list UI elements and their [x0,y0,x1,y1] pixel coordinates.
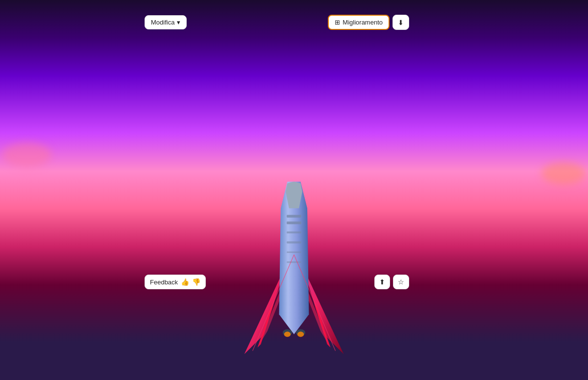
thumbup-icon: 👍 [181,278,189,286]
top-right-buttons: ⊞ Miglioramento ⬇ [328,15,409,30]
modifica-button[interactable]: Modifica ▾ [145,15,187,29]
star-icon: ☆ [398,278,404,286]
secondary-image-card [422,10,559,226]
share-button[interactable]: ⬆ [374,275,390,289]
feedback-button[interactable]: Feedback 👍 👎 [145,275,206,289]
main-content: Modifica ▾ ⊞ Miglioramento ⬇ Feedback [130,0,588,380]
miglioramento-label: Miglioramento [343,19,383,26]
feedback-label: Feedback [150,279,178,286]
miglioramento-button[interactable]: ⊞ Miglioramento [328,15,390,30]
enhance-icon: ⊞ [335,19,340,26]
star-button[interactable]: ☆ [393,275,409,289]
download-button[interactable]: ⬇ [392,15,409,30]
secondary-image [422,10,559,226]
bottom-right-buttons: ⬆ ☆ [374,275,409,289]
image-toolbar-top: Modifica ▾ ⊞ Miglioramento ⬇ [145,15,409,30]
share-icon: ⬆ [379,278,385,286]
modifica-chevron-icon: ▾ [177,19,180,26]
download-icon: ⬇ [398,19,404,26]
modifica-label: Modifica [151,19,174,26]
image-toolbar-bottom: Feedback 👍 👎 ⬆ ☆ [145,275,409,289]
thumbdown-icon: 👎 [192,278,200,286]
